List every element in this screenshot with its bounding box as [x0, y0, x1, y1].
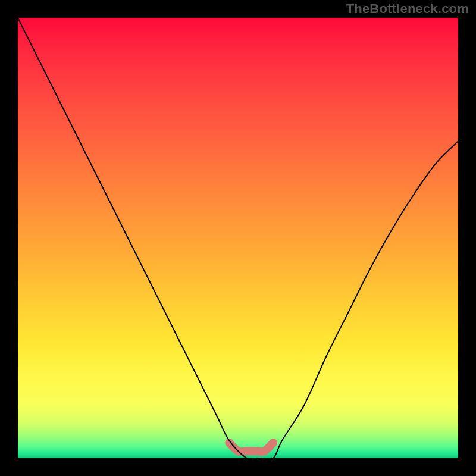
- bottleneck-curve-path: [18, 18, 458, 458]
- sweet-spot-marker-path: [229, 443, 273, 452]
- chart-svg: [18, 18, 458, 458]
- chart-outer-frame: TheBottleneck.com: [0, 0, 476, 476]
- plot-area: [18, 18, 458, 458]
- watermark-label: TheBottleneck.com: [346, 1, 469, 17]
